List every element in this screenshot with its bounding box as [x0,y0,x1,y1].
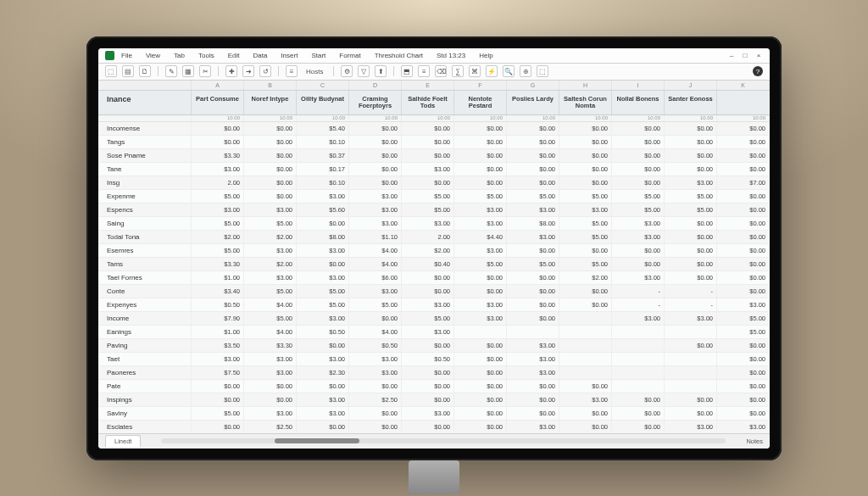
data-cell[interactable]: $0.00 [559,244,612,257]
data-cell[interactable]: $1.10 [349,231,402,243]
menu-item-threshold-chart[interactable]: Threshold Chart [375,52,423,59]
data-cell[interactable]: $5.60 [297,203,349,216]
data-cell[interactable]: $3.00 [612,231,665,243]
data-cell[interactable]: $2.00 [559,271,612,284]
data-cell[interactable]: $0.00 [244,163,297,176]
data-cell[interactable]: $0.00 [349,122,402,135]
data-cell[interactable]: $0.17 [297,163,349,176]
row-label[interactable]: Saing [98,217,192,230]
data-cell[interactable]: $0.50 [402,353,454,365]
data-cell[interactable]: $0.00 [349,149,402,162]
data-cell[interactable]: $4.00 [244,326,297,338]
data-cell[interactable]: - [612,298,665,311]
data-cell[interactable]: $0.00 [244,176,297,189]
row-label[interactable]: Inspings [98,393,192,406]
data-cell[interactable]: $0.00 [402,122,454,135]
data-cell[interactable]: $5.00 [297,285,349,298]
toolbar-button[interactable]: ⬚ [105,65,117,77]
data-cell[interactable]: $0.00 [402,421,454,433]
data-cell[interactable]: $0.00 [717,149,770,162]
data-cell[interactable]: $0.00 [559,407,612,420]
row-label[interactable]: Eanings [98,326,192,338]
data-cell[interactable]: $3.00 [349,217,402,230]
data-cell[interactable]: $3.00 [454,203,507,216]
data-cell[interactable]: $0.00 [454,421,507,433]
menu-item-start[interactable]: Start [311,52,326,59]
data-cell[interactable]: $5.00 [244,217,297,230]
data-cell[interactable]: $0.00 [192,421,244,433]
data-cell[interactable]: $0.00 [454,285,507,298]
data-cell[interactable]: $3.00 [192,163,244,176]
data-cell[interactable] [559,326,612,338]
data-cell[interactable]: $3.00 [612,217,665,230]
data-cell[interactable]: $5.00 [612,190,665,203]
data-cell[interactable]: $0.00 [717,366,770,379]
data-cell[interactable]: $3.00 [349,353,402,365]
toolbar-button[interactable]: ⬚ [537,65,548,77]
data-cell[interactable] [454,326,507,338]
row-label[interactable]: Saviny [98,407,192,420]
menu-item-file[interactable]: File [121,52,132,59]
row-label[interactable]: Tael Fornes [98,271,192,284]
column-header[interactable]: Nentote Pestard [454,91,507,115]
data-cell[interactable] [559,339,612,352]
data-cell[interactable]: $3.00 [349,285,402,298]
data-cell[interactable]: $3.00 [402,298,454,311]
data-cell[interactable]: $0.00 [402,380,454,393]
menu-item-std-13-23[interactable]: Std 13:23 [437,52,465,59]
column-letter-f[interactable]: F [454,81,507,90]
data-cell[interactable]: - [665,298,717,311]
column-header[interactable]: Craming Foerptoyrs [349,91,402,115]
data-cell[interactable]: $0.37 [297,149,349,162]
data-cell[interactable]: $0.00 [665,136,717,148]
data-cell[interactable]: $3.00 [454,312,507,325]
data-cell[interactable]: $3.00 [349,366,402,379]
data-cell[interactable]: $0.00 [717,271,770,284]
data-cell[interactable]: $0.00 [612,393,665,406]
data-cell[interactable]: $0.00 [717,380,770,393]
toolbar-button[interactable]: ▤ [122,65,134,77]
data-cell[interactable]: $0.00 [559,149,612,162]
data-cell[interactable]: $0.00 [559,163,612,176]
column-letter-j[interactable]: J [665,81,717,90]
data-cell[interactable]: $0.00 [454,393,507,406]
data-cell[interactable]: $0.00 [402,285,454,298]
data-cell[interactable]: $0.00 [717,353,770,365]
data-cell[interactable] [665,366,717,379]
data-cell[interactable] [665,380,717,393]
column-letter-h[interactable]: H [559,81,612,90]
column-letter-d[interactable]: D [349,81,402,90]
data-cell[interactable]: $2.30 [297,366,349,379]
data-cell[interactable]: $0.00 [297,217,349,230]
row-label[interactable]: Esemres [98,244,192,257]
window-maximize-button[interactable]: □ [741,52,749,59]
menu-item-edit[interactable]: Edit [228,52,240,59]
data-cell[interactable]: $0.40 [402,258,454,270]
data-cell[interactable]: $1.00 [192,326,244,338]
data-cell[interactable]: $5.00 [297,298,349,311]
data-cell[interactable] [665,326,717,338]
data-cell[interactable]: $0.00 [454,163,507,176]
data-cell[interactable]: $0.00 [665,231,717,243]
data-cell[interactable]: $0.00 [559,122,612,135]
data-cell[interactable]: $0.00 [612,244,665,257]
column-header[interactable]: Part Consume [192,91,244,115]
data-cell[interactable]: $0.00 [402,271,454,284]
data-cell[interactable]: $3.00 [297,190,349,203]
data-cell[interactable]: $3.00 [244,244,297,257]
data-cell[interactable]: $0.00 [244,190,297,203]
column-letter-c[interactable]: C [297,81,349,90]
data-cell[interactable]: - [665,285,717,298]
data-cell[interactable]: $0.00 [507,407,559,420]
column-header[interactable]: Oility Budynat [297,91,349,115]
data-cell[interactable]: $0.00 [507,312,559,325]
data-cell[interactable]: $5.00 [507,190,559,203]
data-cell[interactable]: $3.00 [402,407,454,420]
data-cell[interactable]: $0.00 [349,136,402,148]
data-cell[interactable]: $4.00 [349,244,402,257]
data-cell[interactable]: $3.00 [402,163,454,176]
data-cell[interactable]: $0.00 [717,203,770,216]
data-cell[interactable]: $0.00 [402,339,454,352]
column-header[interactable]: Noref Intype [244,91,297,115]
data-cell[interactable]: $3.00 [665,312,717,325]
